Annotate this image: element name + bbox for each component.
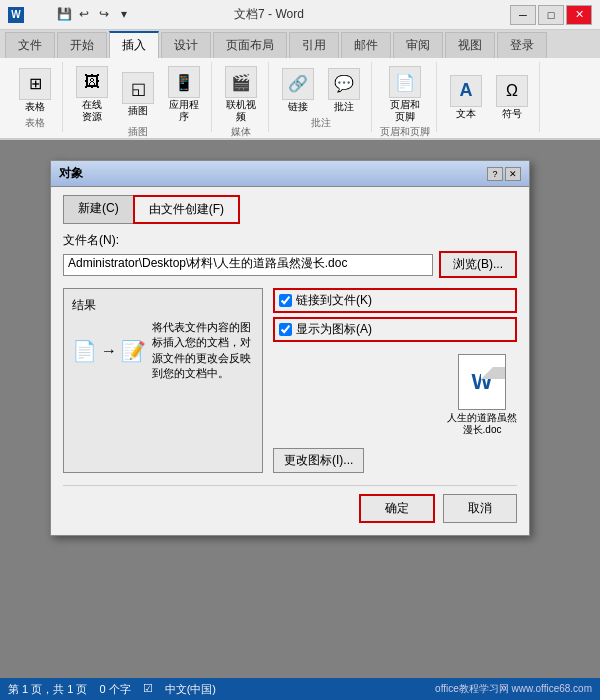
tab-from-file[interactable]: 由文件创建(F): [133, 195, 240, 224]
shapes-icon: ◱: [122, 72, 154, 104]
file-path-input[interactable]: Administrator\Desktop\材料\人生的道路虽然漫长.doc: [63, 254, 433, 276]
status-left: 第 1 页，共 1 页 0 个字 ☑ 中文(中国): [8, 682, 216, 697]
link-checkbox-row: 链接到文件(K): [273, 288, 517, 313]
btn-symbol[interactable]: Ω 符号: [491, 73, 533, 122]
ok-button[interactable]: 确定: [359, 494, 435, 523]
options-area: 链接到文件(K) 显示为图标(A) W 人生的道路虽然漫长.doc 更改图标(I…: [273, 288, 517, 473]
apps-label: 应用程序: [169, 99, 199, 123]
online-resources-icon: 🖼: [76, 66, 108, 98]
show-as-icon-label: 显示为图标(A): [296, 321, 372, 338]
group-text-items: A 文本 Ω 符号: [445, 64, 533, 130]
restore-button[interactable]: □: [538, 5, 564, 25]
tab-mailings[interactable]: 邮件: [341, 32, 391, 58]
object-dialog: 对象 ? ✕ 新建(C) 由文件创建(F) 文件名(N): Administra…: [50, 160, 530, 536]
comment-icon: 💬: [328, 68, 360, 100]
group-media: 🎬 联机视频 媒体: [214, 62, 269, 132]
tab-review[interactable]: 审阅: [393, 32, 443, 58]
redo-quick-btn[interactable]: ↪: [95, 5, 113, 23]
close-button[interactable]: ✕: [566, 5, 592, 25]
tab-file[interactable]: 文件: [5, 32, 55, 58]
table-icon: ⊞: [19, 68, 51, 100]
group-tables-label: 表格: [25, 116, 45, 130]
group-header-items: 📄 页眉和页脚: [384, 64, 426, 125]
title-bar: W 💾 ↩ ↪ ▾ 文档7 - Word ─ □ ✕: [0, 0, 600, 30]
change-icon-button[interactable]: 更改图标(I)...: [273, 448, 364, 473]
header-footer-label: 页眉和页脚: [390, 99, 420, 123]
dialog-help-btn[interactable]: ?: [487, 167, 503, 181]
header-footer-icon: 📄: [389, 66, 421, 98]
group-header-label: 页眉和页脚: [380, 125, 430, 139]
minimize-button[interactable]: ─: [510, 5, 536, 25]
text-label: 文本: [456, 108, 476, 120]
tab-login[interactable]: 登录: [497, 32, 547, 58]
apps-icon: 📱: [168, 66, 200, 98]
table-label: 表格: [25, 101, 45, 113]
main-content-area: 对象 ? ✕ 新建(C) 由文件创建(F) 文件名(N): Administra…: [0, 140, 600, 678]
btn-video[interactable]: 🎬 联机视频: [220, 64, 262, 125]
page-info: 第 1 页，共 1 页: [8, 682, 87, 697]
symbol-icon: Ω: [496, 75, 528, 107]
btn-comment[interactable]: 💬 批注: [323, 66, 365, 115]
tab-design[interactable]: 设计: [161, 32, 211, 58]
result-content: 📄 → 📝 将代表文件内容的图标插入您的文档，对源文件的更改会反映到您的文档中。: [72, 320, 254, 382]
show-icon-checkbox-row: 显示为图标(A): [273, 317, 517, 342]
shapes-label: 插图: [128, 105, 148, 117]
word-count: 0 个字: [99, 682, 130, 697]
link-icon: 🔗: [282, 68, 314, 100]
tab-view[interactable]: 视图: [445, 32, 495, 58]
group-tables-items: ⊞ 表格: [14, 64, 56, 116]
dialog-main-content: 结果 📄 → 📝 将代表文件内容的图标插入您的文档，对源文件的更改会反映到您的文…: [63, 288, 517, 473]
group-illustrations: 🖼 在线资源 ◱ 插图 📱 应用程序 插图: [65, 62, 212, 132]
dialog-body: 新建(C) 由文件创建(F) 文件名(N): Administrator\Des…: [51, 187, 529, 535]
cancel-button[interactable]: 取消: [443, 494, 517, 523]
filename-row: 文件名(N): Administrator\Desktop\材料\人生的道路虽然…: [63, 232, 517, 278]
correction-icon: ☑: [143, 682, 153, 697]
online-resources-label: 在线资源: [82, 99, 102, 123]
app-icon: W: [8, 7, 24, 23]
group-text: A 文本 Ω 符号: [439, 62, 540, 132]
btn-apps[interactable]: 📱 应用程序: [163, 64, 205, 125]
website: www.office68.com: [512, 683, 592, 694]
tab-new[interactable]: 新建(C): [63, 195, 134, 224]
group-illustrations-label: 插图: [128, 125, 148, 139]
ribbon: 文件 开始 插入 设计 页面布局 引用 邮件 审阅 视图 登录 ⊞ 表格 表格 …: [0, 30, 600, 140]
group-media-label: 媒体: [231, 125, 251, 139]
link-to-file-label: 链接到文件(K): [296, 292, 372, 309]
tab-layout[interactable]: 页面布局: [213, 32, 287, 58]
link-to-file-checkbox[interactable]: [279, 294, 292, 307]
group-media-items: 🎬 联机视频: [220, 64, 262, 125]
word-icon-area: W 人生的道路虽然漫长.doc: [447, 354, 517, 436]
filename-input-row: Administrator\Desktop\材料\人生的道路虽然漫长.doc 浏…: [63, 251, 517, 278]
btn-online-resources[interactable]: 🖼 在线资源: [71, 64, 113, 125]
group-links-items: 🔗 链接 💬 批注: [277, 64, 365, 116]
btn-link[interactable]: 🔗 链接: [277, 66, 319, 115]
filename-label: 文件名(N):: [63, 232, 517, 249]
btn-header-footer[interactable]: 📄 页眉和页脚: [384, 64, 426, 125]
status-right: office教程学习网 www.office68.com: [435, 682, 592, 696]
tab-insert[interactable]: 插入: [109, 31, 159, 58]
undo-quick-btn[interactable]: ↩: [75, 5, 93, 23]
language: 中文(中国): [165, 682, 216, 697]
ribbon-tabs: 文件 开始 插入 设计 页面布局 引用 邮件 审阅 视图 登录: [0, 30, 600, 58]
btn-text[interactable]: A 文本: [445, 73, 487, 122]
tab-references[interactable]: 引用: [289, 32, 339, 58]
dialog-footer: 确定 取消: [63, 485, 517, 523]
group-links-label: 批注: [311, 116, 331, 130]
tab-home[interactable]: 开始: [57, 32, 107, 58]
more-quick-btn[interactable]: ▾: [115, 5, 133, 23]
save-quick-btn[interactable]: 💾: [55, 5, 73, 23]
video-icon: 🎬: [225, 66, 257, 98]
btn-shapes[interactable]: ◱ 插图: [117, 70, 159, 119]
group-links: 🔗 链接 💬 批注 批注: [271, 62, 372, 132]
link-label: 链接: [288, 101, 308, 113]
browse-button[interactable]: 浏览(B)...: [439, 251, 517, 278]
group-tables: ⊞ 表格 表格: [8, 62, 63, 132]
dialog-close-btn[interactable]: ✕: [505, 167, 521, 181]
ribbon-content: ⊞ 表格 表格 🖼 在线资源 ◱ 插图 📱 应用程序: [0, 58, 600, 138]
comment-label: 批注: [334, 101, 354, 113]
show-as-icon-checkbox[interactable]: [279, 323, 292, 336]
btn-table[interactable]: ⊞ 表格: [14, 66, 56, 115]
word-icon-letter: W: [472, 369, 493, 395]
dialog-title-bar: 对象 ? ✕: [51, 161, 529, 187]
text-icon: A: [450, 75, 482, 107]
